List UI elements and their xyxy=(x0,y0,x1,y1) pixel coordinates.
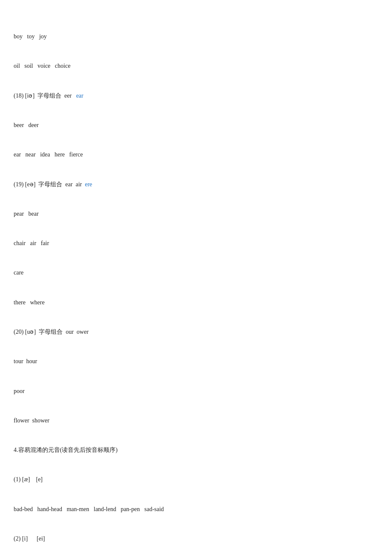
line-3: (18) [iə] 字母组合 eer ear xyxy=(14,91,378,101)
line-17: bad-bed hand-head man-men land-lend pan-… xyxy=(14,504,378,514)
line-9: care xyxy=(14,268,378,278)
line-13: poor xyxy=(14,386,378,396)
highlight-ere: ere xyxy=(85,181,92,188)
line-2: oil soil voice choice xyxy=(14,61,378,71)
line-16: (1) [æ] [e] xyxy=(14,474,378,484)
line-6: (19) [eə] 字母组合 ear air ere xyxy=(14,179,378,189)
line-11: (20) [uə] 字母组合 our ower xyxy=(14,327,378,337)
line-4: beer deer xyxy=(14,120,378,130)
line-8: chair air fair xyxy=(14,238,378,248)
line-1: boy toy joy xyxy=(14,32,378,41)
line-12: tour hour xyxy=(14,356,378,366)
main-content: boy toy joy oil soil voice choice (18) [… xyxy=(14,12,378,555)
highlight-ear: ear xyxy=(76,92,84,99)
line-7: pear bear xyxy=(14,209,378,219)
line-18: (2) [i] [ei] xyxy=(14,534,378,543)
line-5: ear near idea here fierce xyxy=(14,150,378,159)
line-14: flower shower xyxy=(14,416,378,425)
line-10: there where xyxy=(14,298,378,307)
line-15: 4.容易混淆的元音(读音先后按音标顺序) xyxy=(14,445,378,455)
